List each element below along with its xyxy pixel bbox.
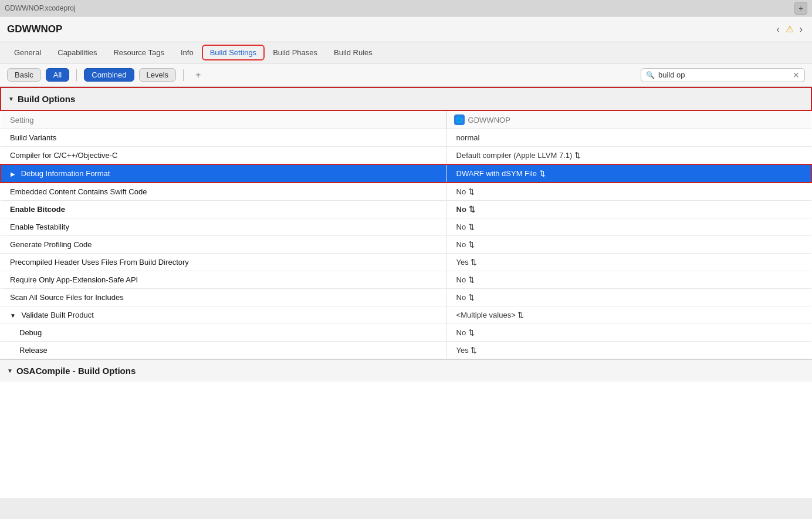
setting-value: No ⇅ xyxy=(446,201,811,218)
search-input[interactable] xyxy=(658,70,789,79)
table-row[interactable]: Embedded Content Contains Swift Code No … xyxy=(1,183,811,201)
settings-table: Setting 🌐 GDWWNOP Build Variants normal xyxy=(0,111,812,359)
filter-add-button[interactable]: + xyxy=(191,68,205,82)
tab-info[interactable]: Info xyxy=(172,45,202,60)
setting-value: Default compiler (Apple LLVM 7.1) ⇅ xyxy=(446,147,811,165)
title-bar-plus-button[interactable]: + xyxy=(794,2,807,15)
setting-value: DWARF with dSYM File ⇅ xyxy=(446,164,811,183)
row-triangle-icon: ▼ xyxy=(10,312,16,319)
table-row[interactable]: Compiler for C/C++/Objective-C Default c… xyxy=(1,147,811,165)
table-row[interactable]: Build Variants normal xyxy=(1,129,811,147)
title-bar-right: + xyxy=(794,2,807,15)
filter-separator xyxy=(76,69,77,81)
tab-build-rules[interactable]: Build Rules xyxy=(326,45,381,60)
target-icon: 🌐 xyxy=(454,114,465,125)
table-row[interactable]: Require Only App-Extension-Safe API No ⇅ xyxy=(1,271,811,289)
build-options-section-header: ▼ Build Options xyxy=(0,87,812,111)
setting-value: Yes ⇅ xyxy=(446,342,811,359)
table-row[interactable]: Enable Testability No ⇅ xyxy=(1,218,811,236)
table-row[interactable]: Generate Profiling Code No ⇅ xyxy=(1,236,811,254)
setting-label: Enable Testability xyxy=(1,218,446,236)
search-box: 🔍 ✕ xyxy=(641,68,805,82)
nav-back-button[interactable]: ‹ xyxy=(774,23,781,36)
setting-value: normal xyxy=(446,129,811,147)
setting-value: No ⇅ xyxy=(446,271,811,289)
setting-label: Release xyxy=(1,342,446,359)
filter-basic-button[interactable]: Basic xyxy=(7,68,41,82)
setting-label: Scan All Source Files for Includes xyxy=(1,289,446,306)
setting-value: No ⇅ xyxy=(446,218,811,236)
search-icon: 🔍 xyxy=(646,71,655,79)
tab-bar: General Capabilities Resource Tags Info … xyxy=(0,42,812,63)
table-row-debug-info[interactable]: ▶ Debug Information Format DWARF with dS… xyxy=(1,164,811,183)
osa-collapse-icon[interactable]: ▼ xyxy=(7,368,13,374)
tab-build-phases[interactable]: Build Phases xyxy=(265,45,326,60)
setting-value: No ⇅ xyxy=(446,289,811,306)
filter-combined-button[interactable]: Combined xyxy=(84,68,134,82)
setting-value: Yes ⇅ xyxy=(446,254,811,271)
tab-general[interactable]: General xyxy=(6,45,49,60)
tab-capabilities[interactable]: Capabilities xyxy=(49,45,105,60)
nav-forward-button[interactable]: › xyxy=(797,23,805,36)
project-header: GDWWNOP ‹ ⚠ › xyxy=(0,16,812,42)
project-name: GDWWNOP xyxy=(7,23,62,35)
search-clear-button[interactable]: ✕ xyxy=(793,70,800,80)
table-row-validate-debug[interactable]: Debug No ⇅ xyxy=(1,324,811,342)
setting-value: No ⇅ xyxy=(446,324,811,342)
table-row[interactable]: Precompiled Header Uses Files From Build… xyxy=(1,254,811,271)
tab-build-settings[interactable]: Build Settings xyxy=(202,45,265,60)
row-triangle-icon: ▶ xyxy=(11,171,15,177)
setting-value: No ⇅ xyxy=(446,236,811,254)
setting-label: ▼ Validate Built Product xyxy=(1,306,446,324)
column-setting-header: Setting xyxy=(1,111,446,129)
setting-label: Embedded Content Contains Swift Code xyxy=(1,183,446,201)
setting-label: Compiler for C/C++/Objective-C xyxy=(1,147,446,165)
setting-label: ▶ Debug Information Format xyxy=(1,164,446,183)
column-value-header: 🌐 GDWWNOP xyxy=(446,111,811,129)
tab-resource-tags[interactable]: Resource Tags xyxy=(105,45,172,60)
section-title: Build Options xyxy=(18,94,75,104)
setting-label: Enable Bitcode xyxy=(1,201,446,218)
project-nav: ‹ ⚠ › xyxy=(774,23,805,36)
table-row-validate-release[interactable]: Release Yes ⇅ xyxy=(1,342,811,359)
setting-label: Precompiled Header Uses Files From Build… xyxy=(1,254,446,271)
filter-bar: Basic All Combined Levels + 🔍 ✕ xyxy=(0,63,812,87)
setting-label: Generate Profiling Code xyxy=(1,236,446,254)
table-row-validate[interactable]: ▼ Validate Built Product <Multiple value… xyxy=(1,306,811,324)
setting-value: <Multiple values> ⇅ xyxy=(446,306,811,324)
osa-section-header: ▼ OSACompile - Build Options xyxy=(0,359,812,382)
content-area: ▼ Build Options Setting 🌐 GDWWNOP xyxy=(0,87,812,498)
table-header-row: Setting 🌐 GDWWNOP xyxy=(1,111,811,129)
title-bar: GDWWNOP.xcodeproj + xyxy=(0,0,812,16)
osa-section-title: OSACompile - Build Options xyxy=(16,366,136,376)
setting-label: Debug xyxy=(1,324,446,342)
table-row[interactable]: Scan All Source Files for Includes No ⇅ xyxy=(1,289,811,306)
filter-levels-button[interactable]: Levels xyxy=(139,68,177,82)
warning-icon: ⚠ xyxy=(786,23,794,35)
setting-label: Require Only App-Extension-Safe API xyxy=(1,271,446,289)
section-collapse-icon[interactable]: ▼ xyxy=(8,96,14,102)
title-bar-filename: GDWWNOP.xcodeproj xyxy=(5,4,75,12)
setting-label: Build Variants xyxy=(1,129,446,147)
table-row[interactable]: Enable Bitcode No ⇅ xyxy=(1,201,811,218)
setting-value: No ⇅ xyxy=(446,183,811,201)
filter-all-button[interactable]: All xyxy=(46,68,69,82)
filter-separator-2 xyxy=(183,69,184,81)
